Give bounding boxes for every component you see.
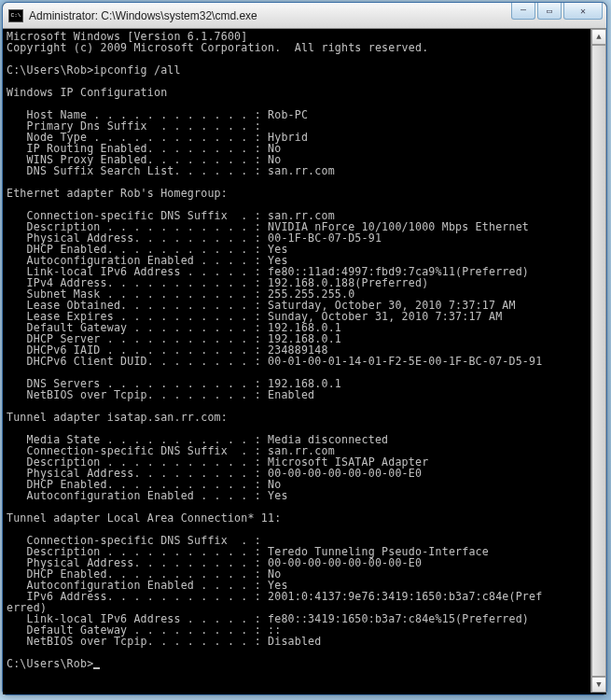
scroll-thumb[interactable] [591,45,606,677]
output-line: DHCPv6 Client DUID. . . . . . . . : 00-0… [7,355,542,368]
output-line: DNS Suffix Search List. . . . . . : san.… [7,164,335,177]
cmd-icon: C:\ [8,9,23,22]
output-line: Copyright (c) 2009 Microsoft Corporation… [7,41,428,54]
terminal-output[interactable]: Microsoft Windows [Version 6.1.7600] Cop… [3,29,606,694]
cmd-window: C:\ Administrator: C:\Windows\system32\c… [2,2,607,695]
prompt-line: C:\Users\Rob> [7,657,93,670]
vertical-scrollbar[interactable]: ▲ ▼ [590,29,606,693]
titlebar[interactable]: C:\ Administrator: C:\Windows\system32\c… [3,3,606,29]
section-header: Windows IP Configuration [7,86,167,99]
close-button[interactable]: ✕ [563,3,603,20]
section-header: Tunnel adapter isatap.san.rr.com: [7,411,228,424]
output-line: IPv6 Address. . . . . . . . . . . : 2001… [7,590,542,603]
prompt-line: C:\Users\Rob>ipconfig /all [7,63,181,77]
minimize-button[interactable]: ─ [511,3,535,20]
section-header: Ethernet adapter Rob's Homegroup: [7,187,228,200]
scroll-up-button[interactable]: ▲ [591,29,606,45]
output-line: NetBIOS over Tcpip. . . . . . . . : Enab… [7,388,314,401]
window-title: Administrator: C:\Windows\system32\cmd.e… [29,9,511,22]
output-line: Autoconfiguration Enabled . . . . : Yes [7,489,288,502]
cursor [93,667,100,669]
scroll-down-button[interactable]: ▼ [591,677,606,693]
window-controls: ─ ▭ ✕ [511,3,603,28]
output-line: NetBIOS over Tcpip. . . . . . . . : Disa… [7,635,321,648]
maximize-button[interactable]: ▭ [537,3,562,20]
section-header: Tunnel adapter Local Area Connection* 11… [7,511,281,525]
